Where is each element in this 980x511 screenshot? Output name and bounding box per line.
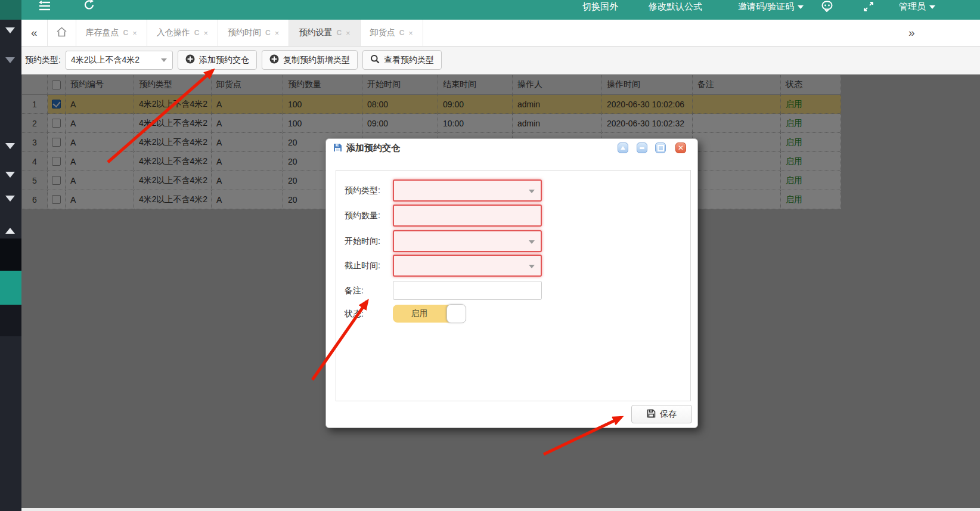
reservation-type-select[interactable]: 4米2以上不含4米2 [66, 51, 173, 70]
field-label-quantity: 预约数量: [345, 205, 380, 227]
toggle-knob[interactable] [446, 304, 466, 323]
plus-circle-icon [185, 54, 195, 66]
tab-reservation-settings[interactable]: 预约设置C× [289, 20, 360, 46]
collapse-tabs-button[interactable]: « [21, 20, 47, 46]
tab-unload-point[interactable]: 卸货点C× [361, 20, 423, 46]
menu-fold-icon[interactable] [38, 0, 51, 14]
status-toggle[interactable]: 启用 [393, 305, 465, 323]
select-value: 4米2以上不含4米2 [66, 55, 161, 66]
sidebar-block-active[interactable] [0, 271, 21, 305]
tab-label: 库存盘点 [86, 27, 119, 38]
home-icon [56, 26, 67, 40]
save-button[interactable]: 保存 [631, 405, 692, 423]
tab-close-icon[interactable]: × [132, 29, 137, 38]
sidebar-arrow-down-icon[interactable] [5, 143, 15, 149]
view-types-label: 查看预约类型 [384, 55, 434, 66]
dialog-title: 添加预约交仓 [346, 143, 400, 154]
sidebar-arrow-down-icon[interactable] [5, 57, 15, 63]
end-time-combo[interactable] [393, 255, 542, 277]
left-sidebar [0, 0, 21, 511]
copy-reservation-button[interactable]: 复制预约新增类型 [262, 50, 358, 70]
close-button[interactable]: ✕ [675, 143, 686, 153]
tab-close-icon[interactable]: × [346, 29, 351, 38]
maximize-button[interactable] [655, 143, 666, 153]
sidebar-arrow-down-icon[interactable] [5, 196, 15, 202]
tab-reservation-time[interactable]: 预约时间C× [218, 20, 289, 46]
floppy-icon [333, 143, 342, 154]
menu-edit-formula[interactable]: 修改默认公式 [649, 0, 702, 16]
tab-reload-icon[interactable]: C [399, 29, 405, 37]
start-time-combo[interactable] [393, 230, 542, 252]
add-reservation-dialog: 添加预约交仓 ✕ 预约类型: 预约数量: 开始时间: 截止时间: 备注: [325, 138, 698, 428]
view-types-button[interactable]: 查看预约类型 [362, 50, 442, 70]
tab-label: 入仓操作 [157, 27, 190, 38]
copy-reservation-label: 复制预约新增类型 [283, 55, 350, 66]
tab-label: 预约设置 [299, 27, 332, 38]
chevron-down-icon [798, 5, 804, 9]
field-label-start-time: 开始时间: [345, 230, 380, 252]
tab-label: 卸货点 [370, 27, 395, 38]
tab-inbound-ops[interactable]: 入仓操作C× [147, 20, 218, 46]
tab-close-icon[interactable]: × [204, 29, 209, 38]
minimize-button[interactable] [637, 143, 647, 153]
tab-reload-icon[interactable]: C [194, 29, 200, 37]
chevron-down-icon [529, 240, 535, 244]
menu-invite-code[interactable]: 邀请码/验证码 [738, 0, 804, 16]
top-navbar: 切换国外 修改默认公式 邀请码/验证码 管理员 [21, 0, 980, 20]
add-reservation-button[interactable]: 添加预约交仓 [178, 50, 257, 70]
sidebar-block-dark[interactable] [0, 239, 21, 271]
floppy-icon [647, 409, 656, 420]
tab-reload-icon[interactable]: C [265, 29, 271, 37]
filter-label: 预约类型: [25, 55, 61, 66]
save-label: 保存 [660, 409, 677, 420]
tab-label: 预约时间 [228, 27, 261, 38]
menu-invite-code-label: 邀请码/验证码 [738, 1, 794, 11]
chevron-down-icon [929, 5, 935, 9]
tab-reload-icon[interactable]: C [123, 29, 129, 37]
collapse-button[interactable] [618, 143, 628, 153]
tab-bar: « 库存盘点C× 入仓操作C× 预约时间C× 预约设置C× 卸货点C× » [21, 20, 980, 47]
field-label-type: 预约类型: [345, 179, 380, 202]
field-label-remark: 备注: [345, 281, 364, 300]
menu-admin-label: 管理员 [899, 1, 926, 11]
add-reservation-label: 添加预约交仓 [199, 55, 249, 66]
home-tab[interactable] [47, 20, 76, 46]
toggle-on-label: 启用 [393, 305, 446, 323]
app-window: 切换国外 修改默认公式 邀请码/验证码 管理员 « 库存盘点C× 入仓操作C× … [0, 0, 980, 511]
tab-close-icon[interactable]: × [275, 29, 280, 38]
menu-admin[interactable]: 管理员 [899, 0, 935, 16]
chevron-down-icon [161, 58, 167, 62]
tab-reload-icon[interactable]: C [336, 29, 342, 37]
bottom-strip [21, 508, 980, 511]
sidebar-arrow-up-icon[interactable] [5, 228, 15, 234]
grid-toolbar: 预约类型: 4米2以上不含4米2 添加预约交仓 复制预约新增类型 查看预约类型 [21, 46, 980, 75]
sidebar-arrow-down-icon[interactable] [5, 172, 15, 178]
search-icon [370, 54, 380, 66]
smiley-icon[interactable] [821, 1, 833, 14]
tab-close-icon[interactable]: × [408, 29, 413, 38]
plus-circle-icon [269, 54, 279, 66]
field-label-end-time: 截止时间: [345, 255, 380, 277]
chevron-down-icon [529, 265, 535, 268]
refresh-icon[interactable] [83, 0, 95, 13]
tab-inventory-check[interactable]: 库存盘点C× [76, 20, 147, 46]
quantity-input[interactable] [393, 205, 542, 227]
dialog-titlebar[interactable]: 添加预约交仓 ✕ [326, 139, 697, 157]
fullscreen-icon[interactable] [863, 1, 874, 14]
logo-block [0, 0, 21, 20]
sidebar-block-shaded[interactable] [0, 305, 21, 336]
field-label-status: 状态: [345, 305, 364, 323]
reservation-type-combo[interactable] [393, 179, 542, 202]
chevron-down-icon [529, 190, 535, 193]
sidebar-arrow-down-icon[interactable] [5, 27, 15, 33]
menu-switch-region[interactable]: 切换国外 [582, 0, 618, 16]
remark-input[interactable] [393, 281, 542, 300]
expand-tabs-button[interactable]: » [908, 20, 915, 46]
